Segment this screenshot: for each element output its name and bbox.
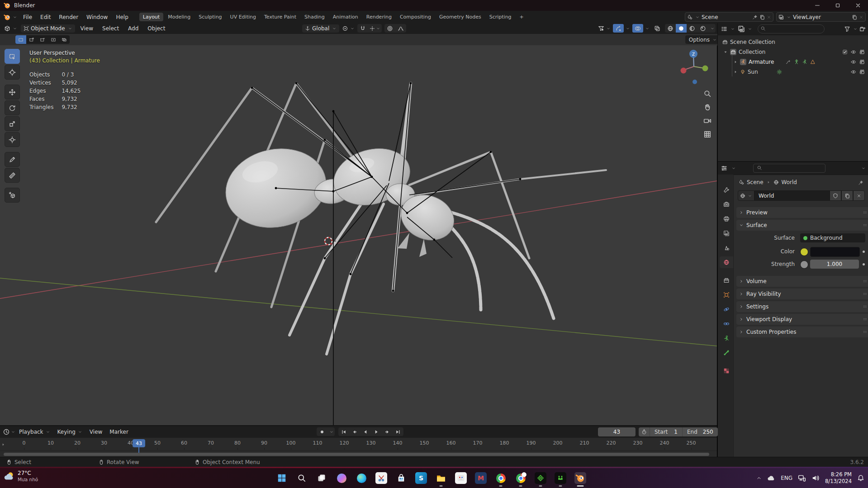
xray-toggle[interactable] <box>652 24 663 33</box>
jump-to-end-button[interactable] <box>393 427 403 436</box>
disable-in-renders-icon[interactable] <box>859 49 865 55</box>
animate-color-dot[interactable] <box>863 251 865 253</box>
animate-strength-dot[interactable] <box>863 263 865 265</box>
properties-output-tab[interactable] <box>719 213 733 225</box>
workspace-tab-rendering[interactable]: Rendering <box>363 13 395 21</box>
pin-id-icon[interactable] <box>858 180 863 185</box>
outliner-row-collection[interactable]: Collection <box>718 47 868 57</box>
minimize-button[interactable] <box>807 0 827 11</box>
outliner-row-sun[interactable]: Sun <box>718 67 868 77</box>
end-frame-field[interactable]: End250 <box>683 427 718 436</box>
timeline-scrollbar[interactable] <box>4 453 709 456</box>
panel-volume[interactable]: Volume <box>736 276 868 287</box>
breadcrumb-scene[interactable]: Scene <box>747 179 764 185</box>
app-green-people-icon[interactable] <box>555 472 566 484</box>
pivot-point-dropdown[interactable] <box>342 25 355 32</box>
tool-transform[interactable] <box>5 132 20 147</box>
surface-type-button[interactable]: Background <box>800 233 865 242</box>
workspace-tab-animation[interactable]: Animation <box>329 13 362 21</box>
world-name-field[interactable]: World <box>754 190 830 201</box>
workspace-tab-uv-editing[interactable]: UV Editing <box>227 13 260 21</box>
properties-editor-icon[interactable] <box>721 165 728 172</box>
orthographic-toggle-button[interactable] <box>703 130 711 138</box>
editor-type-button[interactable] <box>4 25 17 32</box>
workspace-tab-modeling[interactable]: Modeling <box>164 13 194 21</box>
drag-handle-icon[interactable] <box>862 210 868 215</box>
hide-in-viewport-icon[interactable] <box>851 59 856 65</box>
proportional-editing-toggle[interactable] <box>384 24 395 33</box>
color-swatch[interactable] <box>810 247 860 257</box>
panel-custom-properties[interactable]: Custom Properties <box>736 327 868 337</box>
tool-scale[interactable] <box>5 116 20 131</box>
start-frame-field[interactable]: Start1 <box>650 427 683 436</box>
properties-tool-tab[interactable] <box>719 184 733 196</box>
store-icon[interactable] <box>395 472 407 484</box>
properties-object-data-tab[interactable] <box>719 332 733 344</box>
panel-ray-visibility[interactable]: Ray Visibility <box>736 289 868 299</box>
start-button[interactable] <box>276 472 288 484</box>
copilot-icon[interactable] <box>336 472 347 484</box>
menu-keying[interactable]: Keying <box>54 428 86 436</box>
pin-icon[interactable] <box>752 14 758 20</box>
task-view-button[interactable] <box>316 472 327 484</box>
clock-widget[interactable]: 8:26 PM 8/13/2024 <box>825 471 852 485</box>
chrome-icon[interactable] <box>495 472 507 484</box>
mail-m-icon[interactable]: M <box>475 472 487 484</box>
timeline-expand-icon[interactable] <box>1 442 5 447</box>
menu-view-timeline[interactable]: View <box>86 428 106 436</box>
tool-move[interactable] <box>5 85 20 99</box>
menu-select[interactable]: Select <box>99 24 123 33</box>
breadcrumb-world[interactable]: World <box>782 179 797 185</box>
network-icon[interactable] <box>798 474 806 482</box>
scene-selector[interactable]: Scene <box>685 12 773 22</box>
tool-select-box[interactable] <box>5 49 20 64</box>
drag-handle-icon[interactable] <box>862 223 868 228</box>
drag-handle-icon[interactable] <box>862 279 868 284</box>
menu-window[interactable]: Window <box>82 14 112 20</box>
hide-in-viewport-icon[interactable] <box>851 49 856 55</box>
menu-add[interactable]: Add <box>124 24 142 33</box>
drag-handle-icon[interactable] <box>862 304 868 309</box>
menu-help[interactable]: Help <box>112 14 132 20</box>
timeline-editor-icon[interactable] <box>3 428 10 436</box>
select-mode-set-button[interactable] <box>15 35 26 44</box>
disable-in-renders-icon[interactable] <box>859 59 865 65</box>
new-world-button[interactable] <box>841 190 853 201</box>
preview-range-toggle[interactable] <box>639 427 650 436</box>
mode-dropdown[interactable]: Object Mode <box>21 24 75 33</box>
properties-scene-tab[interactable] <box>719 242 733 254</box>
menu-view[interactable]: View <box>77 24 97 33</box>
properties-collection-tab[interactable] <box>719 275 733 286</box>
workspace-tab-shading[interactable]: Shading <box>301 13 328 21</box>
previous-keyframe-button[interactable] <box>349 427 360 436</box>
keying-set-dropdown[interactable] <box>327 427 335 436</box>
notifications-icon[interactable] <box>857 474 864 482</box>
play-reverse-button[interactable] <box>360 427 371 436</box>
select-mode-intersect-button[interactable] <box>59 35 70 44</box>
remove-view-layer-icon[interactable] <box>859 15 863 19</box>
add-workspace-button[interactable]: + <box>516 13 527 21</box>
auto-keying-toggle[interactable] <box>317 427 327 436</box>
viewport[interactable]: Z User Perspective (43) Collection | Arm… <box>0 45 717 425</box>
gizmos-toggle[interactable] <box>613 24 624 33</box>
menu-marker[interactable]: Marker <box>106 428 132 436</box>
menu-object[interactable]: Object <box>144 24 169 33</box>
app-menu-button[interactable] <box>0 14 19 21</box>
snipping-tool-icon[interactable] <box>375 472 387 484</box>
filter-icon[interactable] <box>844 26 850 32</box>
current-frame-field[interactable]: 43 <box>598 427 636 436</box>
strength-slider[interactable]: 1.000 <box>810 260 859 269</box>
jump-to-start-button[interactable] <box>338 427 349 436</box>
tool-measure[interactable] <box>5 168 20 183</box>
language-indicator[interactable]: ENG <box>781 475 792 481</box>
workspace-tab-compositing[interactable]: Compositing <box>396 13 435 21</box>
app-white-red-icon[interactable] <box>455 472 467 484</box>
unlink-world-button[interactable] <box>853 190 865 201</box>
shading-material-button[interactable] <box>687 24 697 33</box>
outliner-editor-icon[interactable] <box>721 25 728 33</box>
properties-constraints-tab[interactable] <box>719 318 733 330</box>
properties-world-tab[interactable] <box>720 256 733 268</box>
workspace-tab-geometry-nodes[interactable]: Geometry Nodes <box>436 13 485 21</box>
browse-world-button[interactable] <box>738 190 754 201</box>
shading-solid-button[interactable] <box>676 24 687 33</box>
